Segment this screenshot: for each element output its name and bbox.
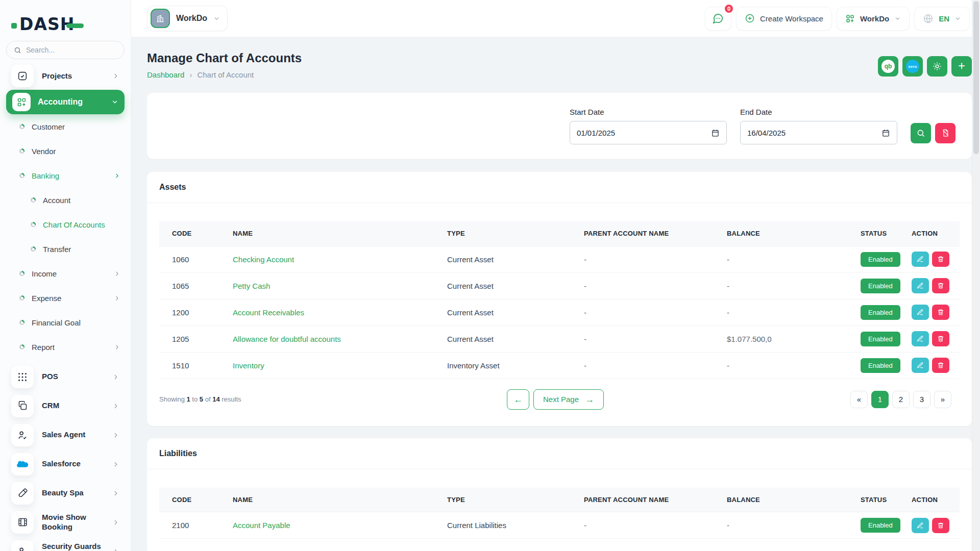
app-menu-button[interactable]: WorkDo [837,7,910,31]
chevron-right-icon [114,295,120,302]
cell-name: Allowance for doubtful accounts [227,325,441,352]
account-name-link[interactable]: Account Payable [233,521,290,530]
sidebar-item-projects[interactable]: Projects [6,63,125,89]
cell-balance: - [721,246,854,272]
page-actions: qb xero + [878,56,972,77]
gear-icon [932,61,942,71]
account-name-link[interactable]: Allowance for doubtful accounts [233,335,341,343]
sidebar-item-banking[interactable]: Banking [6,163,125,188]
language-selector[interactable]: EN [914,7,970,31]
filter-reset-button[interactable] [935,123,955,143]
cell-action [905,246,960,272]
xero-button[interactable]: xero [902,56,923,77]
account-name-link[interactable]: Account Receivables [233,308,304,317]
sidebar-item-customer[interactable]: Customer [6,114,125,139]
cell-parent-account: - [578,299,721,325]
messages-button[interactable]: 0 [705,7,731,31]
page-3-button[interactable]: 3 [913,391,930,408]
sidebar-item-sales-agent[interactable]: Sales Agent [6,420,125,449]
cell-status: Enabled [854,352,905,379]
sidebar-item-report[interactable]: Report [6,335,125,359]
account-name-link[interactable]: Petty Cash [233,282,270,290]
first-page-button[interactable]: « [850,391,868,408]
breadcrumb: Dashboard › Chart of Account [147,70,302,79]
sidebar-item-income[interactable]: Income [6,261,125,286]
edit-button[interactable] [912,331,929,346]
edit-button[interactable] [912,305,929,320]
sidebar-item-label: Chart Of Accounts [43,220,120,229]
sidebar-item-label: Account [43,196,120,205]
app-logo: DASH [6,0,125,33]
sidebar-item-movie-show-booking[interactable]: Movie Show Booking [6,508,125,537]
page-scrollbar[interactable] [972,0,980,551]
edit-button[interactable] [912,358,929,373]
sidebar-item-chart-of-accounts[interactable]: Chart Of Accounts [6,212,125,237]
results-summary: Showing 1 to 5 of 14 results [159,395,507,403]
delete-button[interactable] [932,305,949,320]
delete-button[interactable] [932,518,949,533]
calendar-icon[interactable] [881,129,890,137]
sidebar-item-expense[interactable]: Expense [6,286,125,310]
bullet-icon [19,124,24,129]
edit-button[interactable] [912,252,929,267]
settings-button[interactable] [927,56,947,77]
file-off-icon [941,129,950,137]
edit-button[interactable] [912,518,929,533]
workspace-avatar [151,9,170,28]
start-date-input[interactable]: 01/01/2025 [570,121,727,144]
edit-button[interactable] [912,278,929,293]
column-code: CODE [159,488,227,512]
delete-button[interactable] [932,278,949,293]
language-label: EN [939,14,949,23]
cell-status: Enabled [854,299,905,325]
cell-type: Current Asset [441,246,578,272]
chevron-right-icon [112,519,119,526]
sidebar-item-crm[interactable]: CRM [6,391,125,420]
page-2-button[interactable]: 2 [892,391,910,408]
last-page-button[interactable]: » [934,391,951,408]
sidebar-item-security-guards-management[interactable]: Security Guards Management [6,537,125,551]
page-1-button[interactable]: 1 [871,391,889,408]
sidebar-item-accounting[interactable]: Accounting [6,90,125,114]
end-date-input[interactable]: 16/04/2025 [740,121,897,144]
sidebar: DASH Projects Accounting [0,0,131,551]
chevron-down-icon [213,15,220,22]
sidebar-item-pos[interactable]: POS [6,362,125,391]
workspace-switcher[interactable]: WorkDo [147,6,228,31]
pagination-row: Showing 1 to 5 of 14 results ← Next Page… [159,389,960,410]
chevron-right-icon [114,270,120,277]
quickbooks-button[interactable]: qb [878,56,898,77]
accounting-icon [12,93,31,111]
calendar-icon[interactable] [711,129,720,137]
status-badge: Enabled [861,279,900,293]
search-input[interactable] [26,46,103,54]
scrollbar-thumb[interactable] [973,1,979,154]
cell-parent-account: - [578,352,721,379]
sidebar-item-account[interactable]: Account [6,188,125,212]
start-date-value: 01/01/2025 [577,129,615,137]
page-title: Manage Chart of Accounts [147,51,302,65]
sidebar-item-beauty-spa[interactable]: Beauty Spa [6,479,125,508]
delete-button[interactable] [932,358,949,373]
account-name-link[interactable]: Checking Account [233,255,294,264]
delete-button[interactable] [932,331,949,346]
sidebar-item-financial-goal[interactable]: Financial Goal [6,310,125,335]
sidebar-item-salesforce[interactable]: Salesforce [6,449,125,479]
add-button[interactable]: + [951,56,972,77]
sidebar-item-vendor[interactable]: Vendor [6,139,125,163]
cell-action [905,352,960,379]
filter-search-button[interactable] [911,123,931,143]
sidebar-search[interactable] [6,41,125,59]
breadcrumb-dashboard-link[interactable]: Dashboard [147,70,184,79]
table-row: 1205Allowance for doubtful accountsCurre… [159,325,960,352]
topbar: WorkDo 0 Create Workspace WorkDo [131,0,972,37]
next-page-button[interactable]: Next Page → [533,389,604,410]
previous-page-button[interactable]: ← [507,389,529,410]
logo-accent-bar [66,23,84,28]
section-title: Liabilities [159,449,197,458]
delete-button[interactable] [932,252,949,267]
create-workspace-button[interactable]: Create Workspace [736,7,832,31]
account-name-link[interactable]: Inventory [233,361,264,370]
sidebar-item-transfer[interactable]: Transfer [6,237,125,261]
column-balance: BALANCE [721,221,854,246]
